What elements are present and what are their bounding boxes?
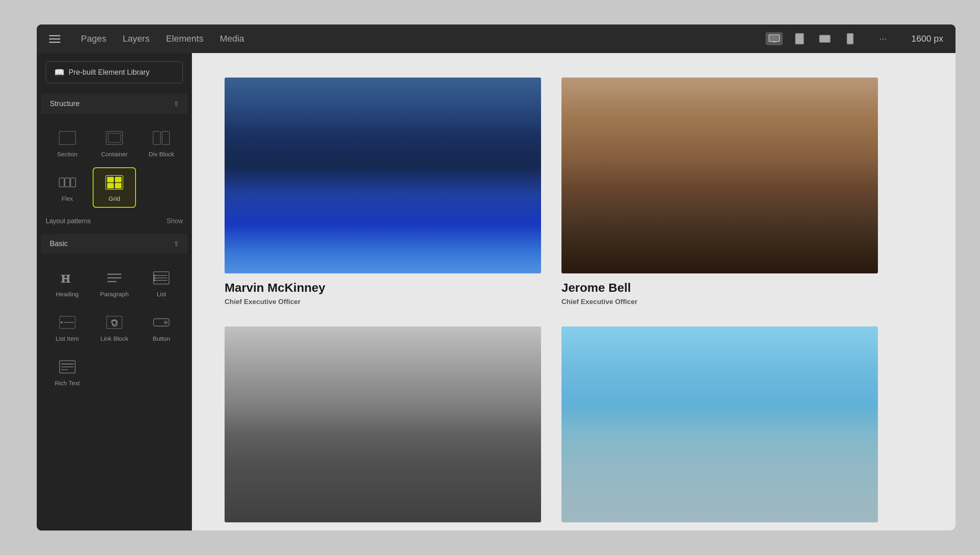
basic-grid: H Heading Paragraph [37, 256, 192, 399]
svg-text:H: H [61, 272, 70, 285]
svg-rect-9 [59, 131, 76, 144]
element-button[interactable]: Button [140, 307, 183, 348]
svg-point-31 [154, 278, 156, 279]
team-card-jerome: Jerome Bell Chief Executive Officer [561, 78, 878, 306]
paragraph-label: Paragraph [100, 291, 129, 297]
marvin-title: Chief Executive Officer [225, 298, 541, 306]
structure-section-header[interactable]: Structure ⇧ [41, 94, 188, 114]
photo-jerome [561, 78, 878, 273]
structure-grid: Section Container [37, 116, 192, 214]
element-link-block[interactable]: Link Block [93, 307, 136, 348]
canvas: Marvin McKinney Chief Executive Officer … [192, 53, 956, 531]
rich-text-label: Rich Text [55, 380, 80, 386]
svg-point-6 [829, 38, 830, 39]
topbar: Pages Layers Elements Media [37, 24, 956, 53]
element-list[interactable]: List [140, 263, 183, 303]
topbar-nav: Pages Layers Elements Media [81, 33, 244, 44]
app-window: Pages Layers Elements Media [37, 24, 956, 531]
nav-layers[interactable]: Layers [122, 33, 149, 44]
layout-patterns-row: Layout patterns Show [37, 214, 192, 231]
svg-point-30 [154, 275, 156, 276]
svg-rect-0 [769, 35, 780, 42]
svg-rect-19 [115, 177, 121, 182]
book-icon: 📖 [54, 67, 65, 77]
nav-media[interactable]: Media [220, 33, 244, 44]
basic-title: Basic [50, 240, 68, 248]
svg-point-32 [154, 280, 156, 281]
list-label: List [157, 291, 166, 297]
div-block-label: Div Block [149, 151, 174, 158]
team-card-person3 [225, 326, 541, 522]
svg-rect-21 [115, 183, 121, 188]
svg-rect-14 [59, 178, 64, 187]
rich-text-icon [56, 357, 79, 376]
structure-chevron-icon: ⇧ [174, 100, 179, 108]
structure-title: Structure [50, 100, 80, 108]
svg-point-35 [61, 322, 62, 323]
element-section[interactable]: Section [46, 123, 89, 163]
team-grid: Marvin McKinney Chief Executive Officer … [225, 78, 878, 522]
sidebar: 📖 Pre-built Element Library Structure ⇧ … [37, 53, 192, 531]
grid-label: Grid [109, 195, 120, 202]
more-options-button[interactable]: ··· [879, 33, 886, 44]
container-label: Container [101, 151, 127, 158]
layout-patterns-show-button[interactable]: Show [167, 218, 183, 225]
photo-person3 [225, 326, 541, 522]
element-list-item[interactable]: List Item [46, 307, 89, 348]
list-item-label: List Item [56, 335, 79, 342]
svg-rect-13 [162, 131, 169, 144]
element-paragraph[interactable]: Paragraph [93, 263, 136, 303]
library-btn-label: Pre-built Element Library [69, 68, 149, 77]
list-item-icon [56, 313, 79, 332]
flex-label: Flex [61, 195, 73, 202]
element-heading[interactable]: H Heading [46, 263, 89, 303]
photo-marvin [225, 78, 541, 273]
element-container[interactable]: Container [93, 123, 136, 163]
svg-point-4 [799, 42, 800, 43]
hamburger-icon[interactable] [49, 35, 60, 43]
mobile-icon [844, 33, 856, 44]
jerome-title: Chief Executive Officer [561, 298, 878, 306]
section-icon [56, 129, 79, 147]
library-button[interactable]: 📖 Pre-built Element Library [46, 61, 183, 83]
button-label: Button [153, 335, 170, 342]
element-div-block[interactable]: Div Block [140, 123, 183, 163]
svg-rect-18 [107, 177, 114, 182]
element-rich-text[interactable]: Rich Text [46, 352, 89, 392]
layout-patterns-label: Layout patterns [46, 218, 91, 225]
svg-rect-39 [164, 321, 167, 324]
svg-point-37 [112, 321, 116, 325]
svg-rect-11 [108, 133, 120, 142]
device-landscape-button[interactable] [816, 32, 833, 45]
element-flex[interactable]: Flex [46, 167, 89, 208]
desktop-icon [768, 33, 780, 44]
device-mobile-button[interactable] [842, 32, 859, 45]
basic-chevron-icon: ⇧ [174, 240, 179, 248]
div-block-icon [150, 129, 173, 147]
link-block-label: Link Block [100, 335, 128, 342]
svg-rect-12 [153, 131, 160, 144]
container-icon [103, 129, 126, 147]
svg-point-8 [850, 42, 851, 43]
list-icon [150, 269, 173, 287]
nav-elements[interactable]: Elements [166, 33, 203, 44]
flex-icon [56, 173, 79, 192]
element-grid[interactable]: Grid [93, 167, 136, 208]
device-tablet-button[interactable] [791, 32, 808, 45]
heading-label: Heading [56, 291, 79, 297]
device-icons [766, 32, 859, 45]
device-desktop-button[interactable] [766, 32, 783, 45]
nav-pages[interactable]: Pages [81, 33, 106, 44]
svg-rect-5 [820, 35, 830, 42]
svg-rect-16 [71, 178, 76, 187]
section-label: Section [57, 151, 78, 158]
basic-section-header[interactable]: Basic ⇧ [41, 234, 188, 254]
jerome-name: Jerome Bell [561, 281, 878, 295]
main-area: 📖 Pre-built Element Library Structure ⇧ … [37, 53, 956, 531]
heading-icon: H [56, 269, 79, 287]
grid-icon [103, 173, 126, 192]
tablet-icon [794, 33, 805, 44]
svg-rect-36 [107, 316, 122, 329]
landscape-icon [819, 33, 831, 44]
paragraph-icon [103, 269, 126, 287]
